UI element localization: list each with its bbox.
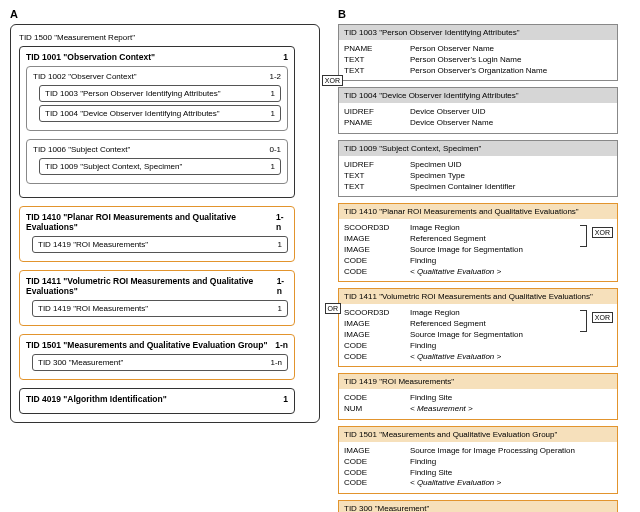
attr-row: IMAGESource Image for Segmentation <box>344 330 612 341</box>
tid-300-row: TID 300 "Measurement" 1-n <box>32 354 288 371</box>
attr-row: CODEFinding <box>344 256 612 267</box>
panel-b: B TID 1003 "Person Observer Identifying … <box>338 8 618 512</box>
b-tid-1004: TID 1004 "Device Observer Identifying At… <box>338 87 618 134</box>
tid-1419-row-b: TID 1419 "ROI Measurements" 1 <box>32 300 288 317</box>
attr-row: TEXTSpecimen Type <box>344 171 612 182</box>
attr-row: UIDREFDevice Observer UID <box>344 107 612 118</box>
attr-row: TEXTPerson Observer's Organization Name <box>344 66 612 77</box>
tid-1500-outer: TID 1500 "Measurement Report" XOR TID 10… <box>10 24 320 423</box>
tid-1419-row-a: TID 1419 "ROI Measurements" 1 <box>32 236 288 253</box>
tid-1003-row: TID 1003 "Person Observer Identifying At… <box>39 85 281 102</box>
b-tid-1501: TID 1501 "Measurements and Qualitative E… <box>338 426 618 494</box>
attr-row: IMAGESource Image for Image Processing O… <box>344 446 612 457</box>
tid-1501-box: TID 1501 "Measurements and Qualitative E… <box>19 334 295 380</box>
attr-row: SCOORD3DImage Region <box>344 308 612 319</box>
tid-1001-box: TID 1001 "Observation Context" 1 TID 100… <box>19 46 295 198</box>
tid-1411-box: TID 1411 "Volumetric ROI Measurements an… <box>19 270 295 326</box>
attr-row: CODEFinding <box>344 457 612 468</box>
tid-1006-box: TID 1006 "Subject Context" 0-1 TID 1009 … <box>26 139 288 184</box>
attr-row: IMAGEReferenced Segment <box>344 319 612 330</box>
xor-operator: XOR <box>592 312 613 323</box>
b-tid-1410: TID 1410 "Planar ROI Measurements and Qu… <box>338 203 618 282</box>
xor-bracket <box>580 225 587 247</box>
tid-1004-row: TID 1004 "Device Observer Identifying At… <box>39 105 281 122</box>
attr-row: NUM< Measurement > <box>344 404 612 415</box>
tid-1009-row: TID 1009 "Subject Context, Specimen" 1 <box>39 158 281 175</box>
attr-row: CODEFinding Site <box>344 468 612 479</box>
attr-row: IMAGESource Image for Segmentation <box>344 245 612 256</box>
panel-a: A TID 1500 "Measurement Report" XOR TID … <box>10 8 320 423</box>
attr-row: CODEFinding Site <box>344 393 612 404</box>
tid-1500-title: TID 1500 "Measurement Report" <box>19 33 295 42</box>
tid-1410-box: TID 1410 "Planar ROI Measurements and Qu… <box>19 206 295 262</box>
xor-operator: XOR <box>592 227 613 238</box>
b-tid-1411: TID 1411 "Volumetric ROI Measurements an… <box>338 288 618 367</box>
attr-row: TEXTSpecimen Container Identifier <box>344 182 612 193</box>
b-tid-1419: TID 1419 "ROI Measurements" CODEFinding … <box>338 373 618 420</box>
attr-row: UIDREFSpecimen UID <box>344 160 612 171</box>
attr-row: CODEFinding <box>344 341 612 352</box>
attr-row: TEXTPerson Observer's Login Name <box>344 55 612 66</box>
panel-a-label: A <box>10 8 320 20</box>
attr-row: IMAGEReferenced Segment <box>344 234 612 245</box>
panel-b-label: B <box>338 8 618 20</box>
b-tid-1003: TID 1003 "Person Observer Identifying At… <box>338 24 618 81</box>
tid-1002-box: TID 1002 "Observer Context" 1-2 TID 1003… <box>26 66 288 131</box>
attr-row: CODE< Qualitative Evaluation > <box>344 352 612 363</box>
b-tid-300: TID 300 "Measurement" NUM< Measurement > <box>338 500 618 512</box>
attr-row: PNAMEDevice Observer Name <box>344 118 612 129</box>
tid-4019-box: TID 4019 "Algorithm Identification" 1 <box>19 388 295 414</box>
attr-row: CODE< Qualitative Evaluation > <box>344 267 612 278</box>
xor-bracket <box>580 310 587 332</box>
attr-row: CODE< Qualitative Evaluation > <box>344 478 612 489</box>
attr-row: SCOORD3DImage Region <box>344 223 612 234</box>
attr-row: PNAMEPerson Observer Name <box>344 44 612 55</box>
b-tid-1009: TID 1009 "Subject Context, Specimen" UID… <box>338 140 618 197</box>
